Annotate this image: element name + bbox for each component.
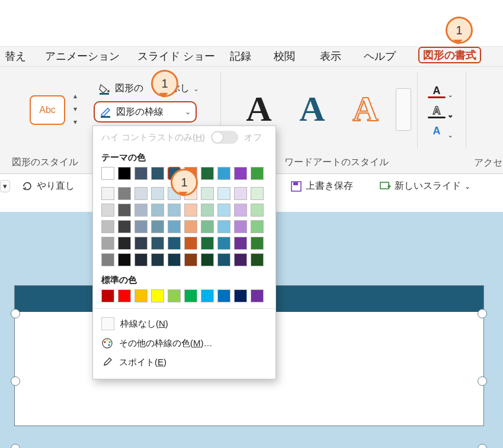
theme-shade-swatch[interactable] (234, 253, 247, 266)
theme-shade-swatch[interactable] (217, 237, 230, 250)
theme-shade-swatch[interactable] (217, 204, 230, 217)
wordart-style-2[interactable]: A (293, 89, 332, 128)
standard-color-swatch[interactable] (251, 289, 264, 302)
theme-shade-swatch[interactable] (234, 237, 247, 250)
gallery-up-icon[interactable]: ▴ (70, 92, 81, 105)
theme-shade-swatch[interactable] (201, 237, 214, 250)
theme-shade-swatch[interactable] (101, 187, 114, 200)
wordart-gallery-expand[interactable] (396, 88, 411, 131)
theme-shade-swatch[interactable] (217, 220, 230, 233)
theme-shade-swatch[interactable] (217, 253, 230, 266)
theme-shade-swatch[interactable] (168, 204, 181, 217)
standard-color-swatch[interactable] (134, 289, 148, 302)
theme-shade-swatch[interactable] (134, 237, 148, 250)
theme-shade-swatch[interactable] (251, 237, 264, 250)
theme-shade-swatch[interactable] (151, 253, 164, 266)
resize-handle-w[interactable] (11, 376, 20, 386)
theme-shade-swatch[interactable] (118, 237, 131, 250)
new-slide-button[interactable]: 新しいスライド ⌄ (379, 180, 470, 192)
tab-animations[interactable]: アニメーション (45, 49, 120, 63)
eyedropper-action[interactable]: スポイト(E) (93, 353, 275, 372)
text-effects-button[interactable]: A⌄ (428, 125, 446, 139)
theme-shade-swatch[interactable] (168, 237, 181, 250)
shape-fill-button[interactable]: 図形の ぶし ⌄ (98, 82, 199, 95)
theme-shade-swatch[interactable] (201, 220, 214, 233)
theme-shade-swatch[interactable] (184, 237, 197, 250)
theme-shade-swatch[interactable] (184, 220, 197, 233)
theme-shade-swatch[interactable] (151, 204, 164, 217)
wordart-style-1[interactable]: A (239, 89, 278, 128)
theme-shade-swatch[interactable] (168, 220, 181, 233)
standard-color-swatch[interactable] (101, 289, 114, 302)
theme-shade-swatch[interactable] (201, 204, 214, 217)
resize-handle-nw[interactable] (11, 309, 20, 318)
redo-button[interactable]: やり直し (21, 180, 75, 192)
theme-color-swatch[interactable] (217, 167, 230, 180)
theme-color-swatch[interactable] (234, 167, 247, 180)
theme-color-swatch[interactable] (151, 167, 164, 180)
theme-shade-swatch[interactable] (118, 253, 131, 266)
shape-outline-button[interactable]: 図形の枠線 ⌄ (94, 101, 197, 123)
theme-shade-swatch[interactable] (234, 204, 247, 217)
tab-slideshow[interactable]: スライド ショー (137, 49, 215, 63)
gallery-more-icon[interactable]: ▾ (70, 118, 81, 131)
theme-shade-swatch[interactable] (251, 187, 264, 200)
standard-color-swatch[interactable] (168, 289, 181, 302)
text-outline-button[interactable]: A⌄ (428, 105, 446, 119)
gallery-down-icon[interactable]: ▾ (70, 105, 81, 118)
theme-shade-swatch[interactable] (118, 187, 131, 200)
theme-shade-swatch[interactable] (101, 253, 114, 266)
theme-shade-swatch[interactable] (101, 237, 114, 250)
text-fill-button[interactable]: A⌄ (428, 85, 446, 99)
theme-shade-swatch[interactable] (101, 220, 114, 233)
theme-shade-swatch[interactable] (118, 220, 131, 233)
theme-shade-swatch[interactable] (134, 220, 148, 233)
theme-shade-swatch[interactable] (134, 204, 148, 217)
theme-shade-swatch[interactable] (101, 204, 114, 217)
theme-color-swatch[interactable] (251, 167, 264, 180)
theme-shade-swatch[interactable] (134, 253, 148, 266)
theme-shade-swatch[interactable] (234, 187, 247, 200)
wordart-style-3[interactable]: A (346, 89, 385, 128)
theme-shade-swatch[interactable] (151, 187, 164, 200)
theme-shade-swatch[interactable] (234, 220, 247, 233)
standard-color-swatch[interactable] (184, 289, 197, 302)
tab-transitions-suffix[interactable]: 替え (5, 49, 26, 63)
theme-shade-swatch[interactable] (184, 204, 197, 217)
tab-shape-format[interactable]: 図形の書式 (418, 47, 481, 63)
theme-shade-swatch[interactable] (201, 253, 214, 266)
tab-help[interactable]: ヘルプ (364, 49, 396, 63)
theme-shade-swatch[interactable] (184, 253, 197, 266)
theme-color-swatch[interactable] (118, 167, 131, 180)
standard-color-swatch[interactable] (151, 289, 164, 302)
standard-color-swatch[interactable] (217, 289, 230, 302)
resize-handle-sw[interactable] (11, 444, 20, 448)
more-colors-action[interactable]: その他の枠線の色(M)… (93, 334, 275, 353)
shape-style-thumb[interactable]: Abc (30, 95, 65, 125)
resize-handle-se[interactable] (478, 444, 487, 448)
no-outline-action[interactable]: 枠線なし(N) (93, 314, 275, 334)
theme-shade-swatch[interactable] (168, 253, 181, 266)
theme-color-swatch[interactable] (134, 167, 148, 180)
theme-shade-swatch[interactable] (251, 253, 264, 266)
standard-color-swatch[interactable] (234, 289, 247, 302)
tab-review[interactable]: 校閲 (274, 49, 295, 63)
standard-color-swatch[interactable] (118, 289, 131, 302)
undo-split[interactable]: ▾ (0, 180, 10, 192)
theme-shade-swatch[interactable] (118, 204, 131, 217)
theme-shade-swatch[interactable] (217, 187, 230, 200)
resize-handle-e[interactable] (478, 376, 487, 386)
theme-shade-swatch[interactable] (134, 187, 148, 200)
tab-record[interactable]: 記録 (230, 49, 251, 63)
high-contrast-toggle[interactable] (211, 131, 238, 144)
standard-color-swatch[interactable] (201, 289, 214, 302)
theme-shade-swatch[interactable] (251, 204, 264, 217)
tab-view[interactable]: 表示 (320, 49, 341, 63)
resize-handle-ne[interactable] (478, 309, 487, 318)
theme-shade-swatch[interactable] (251, 220, 264, 233)
theme-color-swatch[interactable] (201, 167, 214, 180)
theme-shade-swatch[interactable] (151, 237, 164, 250)
theme-color-swatch[interactable] (101, 167, 114, 180)
theme-shade-swatch[interactable] (201, 187, 214, 200)
save-button[interactable]: 上書き保存 (290, 180, 353, 192)
